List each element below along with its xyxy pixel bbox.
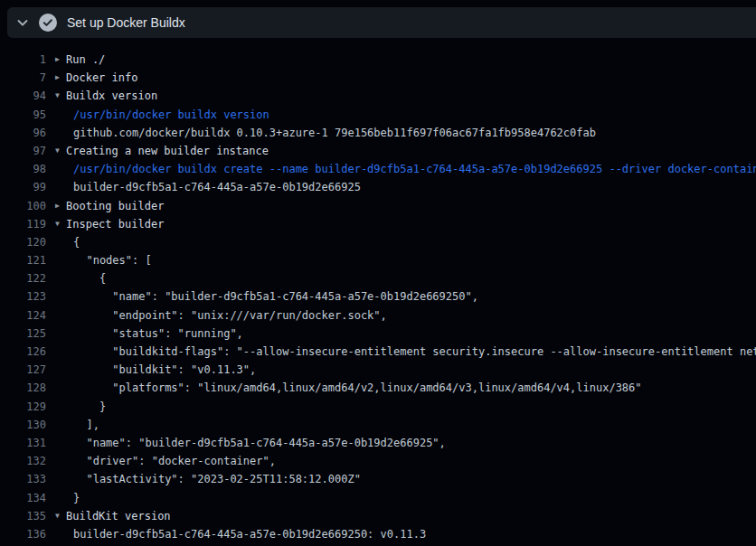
output-text: "platforms": "linux/amd64,linux/amd64/v2… xyxy=(73,379,642,397)
log-line: 121 "nodes": [ xyxy=(0,251,756,269)
line-number-link[interactable]: 120 xyxy=(0,233,46,251)
log-line: 136builder-d9cfb5a1-c764-445a-a57e-0b19d… xyxy=(0,525,756,543)
log-group-row[interactable]: 7▶Docker info xyxy=(0,69,756,87)
line-number-link[interactable]: 126 xyxy=(0,343,46,361)
log-line: 95/usr/bin/docker buildx version xyxy=(0,106,756,124)
line-number-link[interactable]: 123 xyxy=(0,287,46,306)
line-number-link[interactable]: 125 xyxy=(0,325,46,343)
triangle-down-icon[interactable]: ▼ xyxy=(55,87,66,105)
line-number-link[interactable]: 98 xyxy=(0,160,46,178)
output-text: } xyxy=(73,398,106,416)
command-text: /usr/bin/docker buildx version xyxy=(73,106,269,124)
line-number-link[interactable]: 99 xyxy=(0,178,46,196)
line-number-link[interactable]: 1 xyxy=(0,51,46,69)
log-group-row[interactable]: 94▼Buildx version xyxy=(0,87,756,105)
actions-log-viewer: Set up Docker Buildx 1▶Run ./7▶Docker in… xyxy=(0,0,756,546)
check-circle-icon xyxy=(39,14,57,32)
log-line: 131 "name": "builder-d9cfb5a1-c764-445a-… xyxy=(0,434,756,452)
output-text: "driver": "docker-container", xyxy=(73,452,276,470)
line-number-link[interactable]: 136 xyxy=(0,525,46,543)
log-line: 96github.com/docker/buildx 0.10.3+azure-… xyxy=(0,124,756,142)
log-line: 120{ xyxy=(0,233,756,251)
line-number-link[interactable]: 124 xyxy=(0,306,46,325)
log-group-row[interactable]: 119▼Inspect builder xyxy=(0,215,756,233)
group-title: Inspect builder xyxy=(66,215,164,233)
log-line: 134} xyxy=(0,489,756,507)
log-line: 125 "status": "running", xyxy=(0,325,756,343)
output-text: { xyxy=(73,269,106,287)
group-title: Buildx version xyxy=(66,87,157,105)
group-title: BuildKit version xyxy=(66,507,171,525)
line-number-link[interactable]: 100 xyxy=(0,197,46,215)
output-text: "nodes": [ xyxy=(73,251,152,269)
line-number-link[interactable]: 135 xyxy=(0,507,46,525)
line-number-link[interactable]: 7 xyxy=(0,69,46,87)
group-title: Creating a new builder instance xyxy=(66,142,269,160)
line-number-link[interactable]: 132 xyxy=(0,452,46,470)
command-text: /usr/bin/docker buildx create --name bui… xyxy=(73,160,756,178)
line-number-link[interactable]: 131 xyxy=(0,434,46,452)
line-number-link[interactable]: 129 xyxy=(0,398,46,416)
output-text: "endpoint": "unix:///var/run/docker.sock… xyxy=(73,306,387,325)
output-text: } xyxy=(73,489,80,507)
output-text: "lastActivity": "2023-02-25T11:58:12.000… xyxy=(73,470,361,488)
group-title: Booting builder xyxy=(66,197,164,215)
log-line: 124 "endpoint": "unix:///var/run/docker.… xyxy=(0,306,756,325)
output-text: { xyxy=(73,233,80,251)
output-text: builder-d9cfb5a1-c764-445a-a57e-0b19d2e6… xyxy=(73,525,426,543)
log-line: 122 { xyxy=(0,269,756,287)
log-line: 132 "driver": "docker-container", xyxy=(0,452,756,470)
triangle-right-icon[interactable]: ▶ xyxy=(55,197,66,215)
line-number-link[interactable]: 121 xyxy=(0,251,46,269)
log-group-row[interactable]: 97▼Creating a new builder instance xyxy=(0,142,756,160)
log-line: 98/usr/bin/docker buildx create --name b… xyxy=(0,160,756,178)
log-line: 99builder-d9cfb5a1-c764-445a-a57e-0b19d2… xyxy=(0,178,756,196)
log-line: 133 "lastActivity": "2023-02-25T11:58:12… xyxy=(0,470,756,488)
line-number-link[interactable]: 127 xyxy=(0,361,46,379)
log-group-row[interactable]: 1▶Run ./ xyxy=(0,51,756,69)
triangle-right-icon[interactable]: ▶ xyxy=(55,51,66,69)
line-number-link[interactable]: 134 xyxy=(0,489,46,507)
output-text: "buildkit": "v0.11.3", xyxy=(73,361,256,379)
log-line: 130 ], xyxy=(0,416,756,434)
log-output: 1▶Run ./7▶Docker info94▼Buildx version95… xyxy=(0,51,756,543)
output-text: builder-d9cfb5a1-c764-445a-a57e-0b19d2e6… xyxy=(73,178,361,196)
log-line: 129 } xyxy=(0,398,756,416)
output-text: "name": "builder-d9cfb5a1-c764-445a-a57e… xyxy=(73,434,446,452)
line-number-link[interactable]: 96 xyxy=(0,124,46,142)
output-text: "status": "running", xyxy=(73,325,243,343)
log-line: 128 "platforms": "linux/amd64,linux/amd6… xyxy=(0,379,756,397)
line-number-link[interactable]: 97 xyxy=(0,142,46,160)
step-title: Set up Docker Buildx xyxy=(67,15,185,30)
triangle-down-icon[interactable]: ▼ xyxy=(55,507,66,525)
triangle-right-icon[interactable]: ▶ xyxy=(55,69,66,87)
line-number-link[interactable]: 94 xyxy=(0,87,46,105)
chevron-down-icon[interactable] xyxy=(15,15,30,30)
log-group-row[interactable]: 135▼BuildKit version xyxy=(0,507,756,525)
log-group-row[interactable]: 100▶Booting builder xyxy=(0,197,756,215)
group-title: Run ./ xyxy=(66,51,105,69)
line-number-link[interactable]: 128 xyxy=(0,379,46,397)
output-text: "name": "builder-d9cfb5a1-c764-445a-a57e… xyxy=(73,287,478,306)
log-line: 126 "buildkitd-flags": "--allow-insecure… xyxy=(0,343,756,361)
step-header[interactable]: Set up Docker Buildx xyxy=(7,7,756,38)
triangle-down-icon[interactable]: ▼ xyxy=(55,215,66,233)
output-text: ], xyxy=(73,416,99,434)
line-number-link[interactable]: 122 xyxy=(0,269,46,287)
log-line: 127 "buildkit": "v0.11.3", xyxy=(0,361,756,379)
line-number-link[interactable]: 130 xyxy=(0,416,46,434)
line-number-link[interactable]: 95 xyxy=(0,106,46,124)
group-title: Docker info xyxy=(66,69,137,87)
output-text: "buildkitd-flags": "--allow-insecure-ent… xyxy=(73,343,756,361)
line-number-link[interactable]: 133 xyxy=(0,470,46,488)
log-line: 123 "name": "builder-d9cfb5a1-c764-445a-… xyxy=(0,287,756,306)
output-text: github.com/docker/buildx 0.10.3+azure-1 … xyxy=(73,124,596,142)
triangle-down-icon[interactable]: ▼ xyxy=(55,142,66,160)
line-number-link[interactable]: 119 xyxy=(0,215,46,233)
